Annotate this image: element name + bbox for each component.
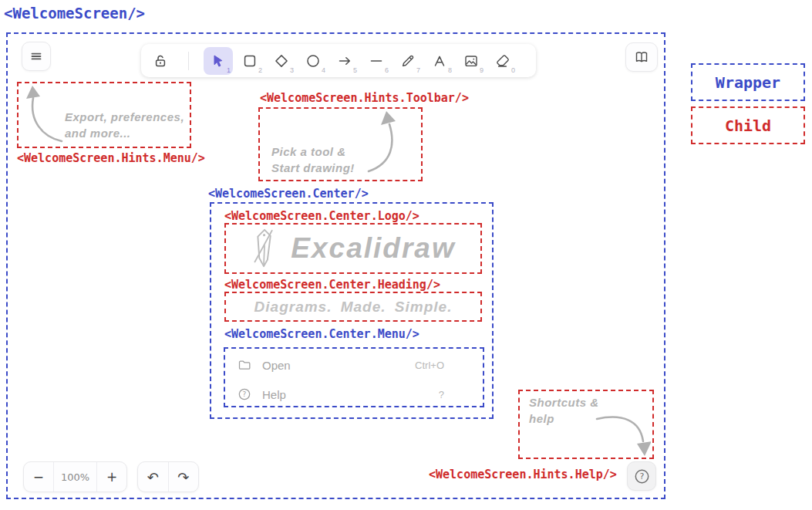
tool-text[interactable]: 8	[425, 47, 454, 75]
hint-toolbar-text: Pick a tool & Start drawing!	[271, 144, 355, 176]
selection-cursor-icon	[211, 53, 226, 69]
menu-item-label: Help	[262, 388, 286, 401]
legend-child-box: Child	[691, 106, 805, 144]
line-icon	[369, 53, 384, 69]
library-button[interactable]	[625, 42, 658, 72]
tool-number: 3	[290, 66, 294, 74]
diamond-icon	[274, 53, 289, 69]
folder-icon	[238, 358, 251, 372]
legend-wrapper-label: Wrapper	[716, 73, 780, 92]
help-button[interactable]: ?	[627, 461, 656, 491]
legend-wrapper-box: Wrapper	[691, 63, 805, 101]
help-circle-icon: ?	[238, 387, 251, 401]
tool-diamond[interactable]: 3	[267, 47, 296, 75]
tool-image[interactable]: 9	[457, 47, 486, 75]
hint-help-label: <WelcomeScreen.Hints.Help/>	[429, 468, 617, 481]
menu-item-shortcut: ?	[439, 389, 444, 400]
arrow-icon	[337, 53, 352, 69]
tool-rectangle[interactable]: 2	[235, 47, 264, 75]
pencil-icon	[400, 53, 416, 69]
undo-redo-controls: ↶ ↷	[137, 461, 199, 492]
tool-number: 9	[480, 66, 483, 74]
excalidraw-logo: Excalidraw	[224, 223, 482, 274]
tool-number: 7	[416, 66, 420, 74]
center-heading-text: Diagrams. Made. Simple.	[254, 299, 453, 316]
menu-item-shortcut: Ctrl+O	[415, 360, 444, 371]
welcome-screen-doc-figure: <WelcomeScreen/>	[0, 0, 812, 510]
text-icon	[432, 53, 447, 69]
redo-button[interactable]: ↷	[168, 462, 199, 491]
toolbar: 1 2 3 4	[141, 44, 536, 77]
tool-eraser[interactable]: 0	[488, 47, 517, 75]
tool-number: 8	[448, 66, 452, 74]
zoom-out-button[interactable]: −	[24, 462, 53, 491]
page-title: <WelcomeScreen/>	[4, 5, 145, 22]
menu-item-label: Open	[262, 359, 291, 372]
tool-number: 6	[385, 66, 389, 74]
tool-selection[interactable]: 1	[204, 47, 233, 75]
hint-toolbar-label: <WelcomeScreen.Hints.Toolbar/>	[260, 91, 469, 105]
center-menu-item-help[interactable]: ? Help ?	[228, 383, 480, 406]
zoom-level[interactable]: 100%	[53, 462, 96, 491]
redo-icon: ↷	[177, 469, 189, 485]
book-icon	[634, 49, 649, 65]
tool-number: 2	[258, 66, 262, 74]
center-menu: Open Ctrl+O ? Help ?	[224, 347, 484, 407]
excalidraw-pen-nib-icon	[251, 228, 280, 269]
tool-number: 1	[227, 66, 231, 74]
tool-number: 0	[511, 66, 515, 74]
hint-menu-label: <WelcomeScreen.Hints.Menu/>	[17, 151, 205, 165]
ellipse-icon	[305, 53, 321, 69]
center-logo-label: <WelcomeScreen.Center.Logo/>	[224, 209, 419, 223]
hint-help-text: Shortcuts & help	[529, 394, 599, 427]
tool-line[interactable]: 6	[362, 47, 391, 75]
zoom-controls: − 100% +	[23, 461, 127, 492]
tool-ellipse[interactable]: 4	[298, 47, 328, 75]
hamburger-icon	[29, 49, 44, 64]
center-label: <WelcomeScreen.Center/>	[208, 187, 369, 201]
center-menu-label: <WelcomeScreen.Center.Menu/>	[224, 327, 419, 341]
tool-number: 4	[322, 66, 325, 74]
image-icon	[463, 53, 479, 69]
eraser-icon	[495, 53, 510, 69]
help-circle-icon: ?	[634, 468, 650, 485]
main-menu-button[interactable]	[22, 42, 51, 71]
tool-arrow[interactable]: 5	[330, 47, 359, 75]
tool-draw[interactable]: 7	[393, 47, 423, 75]
center-heading: Diagrams. Made. Simple.	[224, 292, 482, 322]
hint-menu-text: Export, preferences, and more...	[65, 109, 184, 141]
undo-button[interactable]: ↶	[138, 462, 168, 491]
svg-text:?: ?	[639, 471, 644, 481]
unlock-icon	[153, 53, 168, 69]
excalidraw-logo-text: Excalidraw	[291, 232, 455, 265]
toolbar-divider	[188, 52, 189, 70]
center-heading-label: <WelcomeScreen.Center.Heading/>	[224, 278, 440, 292]
center-menu-item-open[interactable]: Open Ctrl+O	[228, 353, 480, 377]
zoom-in-button[interactable]: +	[96, 462, 126, 491]
svg-text:?: ?	[243, 390, 247, 398]
tool-number: 5	[353, 66, 357, 74]
legend-child-label: Child	[725, 117, 771, 135]
lock-tool[interactable]	[149, 47, 172, 75]
rectangle-icon	[242, 53, 258, 69]
undo-icon: ↶	[147, 469, 159, 485]
